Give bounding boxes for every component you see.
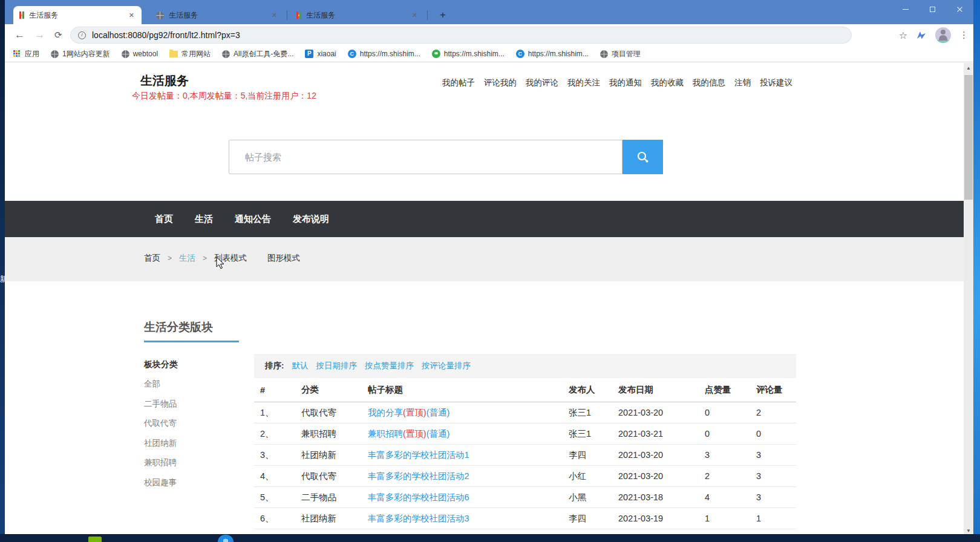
globe-favicon-icon	[156, 11, 164, 19]
user-nav-item[interactable]: 评论我的	[484, 77, 517, 88]
sidebar-category-item[interactable]: 全部	[144, 378, 177, 390]
bookmark-label: All原创工具-免费...	[234, 49, 293, 59]
apps-icon	[13, 50, 15, 52]
post-title-link[interactable]: 丰富多彩的学校社团活动1	[368, 450, 469, 460]
minimize-button[interactable]	[892, 0, 919, 18]
browser-menu-icon[interactable]: ⋮	[959, 30, 969, 41]
breadcrumb-item[interactable]: 首页	[144, 253, 160, 264]
pinned-tag: (置顶)	[403, 429, 426, 439]
sidebar-category-item[interactable]: 二手物品	[144, 398, 177, 410]
breadcrumb-item[interactable]: 图形模式	[267, 253, 300, 264]
row-title-cell: 我的分享(置顶)(普通)	[368, 407, 569, 419]
tab-close-icon[interactable]: ✕	[128, 10, 136, 21]
post-title-link[interactable]: 丰富多彩的学校社团活动2	[368, 471, 469, 481]
normal-tag: (普通)	[426, 408, 450, 417]
tab-1[interactable]: 生活服务✕	[13, 6, 142, 24]
new-tab-button[interactable]: +	[436, 8, 450, 22]
forward-button[interactable]: →	[34, 29, 45, 41]
page-scrollbar[interactable]: ▲ ▼	[964, 63, 973, 536]
bookmark-label: 常用网站	[181, 49, 211, 59]
post-title-link[interactable]: 丰富多彩的学校社团活动6	[368, 492, 469, 502]
user-nav-item[interactable]: 我的信息	[693, 77, 725, 88]
post-title-link[interactable]: 兼职招聘	[368, 429, 403, 439]
green-circle-icon	[432, 50, 440, 58]
sort-label: 排序:	[265, 361, 284, 371]
user-nav-item[interactable]: 我的评论	[526, 77, 558, 88]
address-bar[interactable]: i localhost:8080/pg92/front/lt2.html?px=…	[70, 27, 852, 44]
table-row: 2、兼职招聘兼职招聘(置顶)(普通)张三12021-03-2100	[254, 423, 796, 445]
extension-bird-icon[interactable]	[916, 30, 927, 41]
taskbar-app-icon[interactable]	[218, 535, 234, 542]
tab-3[interactable]: 生活服务✕	[290, 6, 425, 24]
user-nav-item[interactable]: 我的关注	[567, 77, 600, 88]
post-table: #分类帖子标题发布人发布日期点赞量评论量1、代取代寄我的分享(置顶)(普通)张三…	[254, 378, 796, 529]
bookmark-item[interactable]: Chttps://m.shishim...	[516, 50, 589, 58]
globe-icon	[600, 50, 608, 58]
bookmark-item[interactable]: Chttps://m.shishim...	[348, 50, 420, 58]
bookmark-item[interactable]: 常用网站	[169, 49, 211, 59]
tab-close-icon[interactable]: ✕	[270, 10, 278, 21]
main-nav-item[interactable]: 生活	[195, 214, 213, 225]
taskbar-nvidia-icon[interactable]	[88, 536, 102, 542]
windows-taskbar[interactable]	[0, 534, 980, 542]
bookmark-item[interactable]: https://m.shishim...	[432, 50, 505, 58]
sidebar-category-item[interactable]: 校园趣事	[144, 477, 177, 489]
sort-option[interactable]: 按评论量排序	[422, 361, 471, 371]
sort-option[interactable]: 按日期排序	[316, 361, 358, 371]
sidebar-category-item[interactable]: 兼职招聘	[144, 457, 177, 469]
main-nav: 首页生活通知公告发布说明	[5, 201, 973, 237]
avatar-ground	[935, 40, 951, 43]
user-nav-item[interactable]: 我的通知	[609, 77, 642, 88]
maximize-icon	[930, 7, 935, 12]
breadcrumb-bar: 首页>生活>列表模式图形模式	[5, 237, 973, 281]
sort-option[interactable]: 默认	[292, 361, 309, 371]
scrollbar-up-arrow[interactable]: ▲	[964, 65, 973, 71]
sidebar-category-item[interactable]: 代取代寄	[144, 417, 177, 429]
row-date: 2021-03-20	[618, 471, 705, 481]
sidebar-category-item[interactable]: 社团纳新	[144, 437, 177, 449]
bookmark-item[interactable]: Pxiaoai	[305, 50, 336, 58]
bookmark-item[interactable]: 应用	[13, 49, 39, 59]
post-title-link[interactable]: 丰富多彩的学校社团活动3	[368, 514, 469, 523]
bookmark-item[interactable]: 1网站内容更新	[51, 49, 110, 59]
scrollbar-down-arrow[interactable]: ▼	[964, 528, 973, 534]
profile-avatar[interactable]	[935, 27, 951, 43]
url-text[interactable]: localhost:8080/pg92/front/lt2.html?px=3	[92, 30, 240, 40]
table-row: 6、社团纳新丰富多彩的学校社团活动3李四2021-03-1911	[254, 508, 796, 529]
post-title-link[interactable]: 我的分享	[368, 408, 403, 417]
search-input[interactable]	[229, 140, 622, 174]
bookmark-item[interactable]: All原创工具-免费...	[222, 49, 293, 59]
page-info-icon[interactable]: i	[78, 31, 86, 39]
close-button[interactable]	[946, 0, 973, 18]
browser-toolbar: ← → ⟳ i localhost:8080/pg92/front/lt2.ht…	[5, 24, 973, 46]
section-title: 生活分类版块	[144, 319, 213, 335]
tab-2[interactable]: 生活服务✕	[150, 6, 284, 24]
bookmark-item[interactable]: 项目管理	[600, 49, 641, 59]
scrollbar-thumb[interactable]	[964, 75, 973, 200]
maximize-button[interactable]	[919, 0, 946, 18]
bookmark-star-icon[interactable]: ☆	[899, 30, 907, 41]
search-button[interactable]	[622, 140, 663, 174]
main-nav-item[interactable]: 发布说明	[293, 214, 329, 225]
user-nav-item[interactable]: 注销	[734, 77, 751, 88]
bookmark-label: 1网站内容更新	[62, 49, 110, 59]
bookmark-label: https://m.shishim...	[528, 50, 589, 58]
table-row: 3、社团纳新丰富多彩的学校社团活动1李四2021-03-2033	[254, 445, 796, 466]
blue-circle-icon: C	[516, 50, 524, 58]
user-nav-item[interactable]: 我的帖子	[442, 77, 475, 88]
column-header: 评论量	[756, 384, 796, 396]
refresh-button[interactable]: ⟳	[54, 30, 62, 41]
row-date: 2021-03-18	[618, 492, 705, 502]
breadcrumb-item[interactable]: 生活	[179, 253, 195, 264]
back-button[interactable]: ←	[15, 29, 25, 41]
user-nav-item[interactable]: 投诉建议	[760, 77, 792, 88]
bookmark-item[interactable]: webtool	[122, 50, 158, 58]
h-logo-favicon-icon	[296, 11, 301, 19]
user-nav-item[interactable]: 我的收藏	[651, 77, 684, 88]
row-number: 4、	[260, 471, 301, 482]
sort-option[interactable]: 按点赞量排序	[365, 361, 414, 371]
tab-title: 生活服务	[306, 10, 406, 21]
main-nav-item[interactable]: 首页	[155, 214, 173, 225]
tab-close-icon[interactable]: ✕	[411, 10, 419, 21]
main-nav-item[interactable]: 通知公告	[235, 214, 271, 225]
